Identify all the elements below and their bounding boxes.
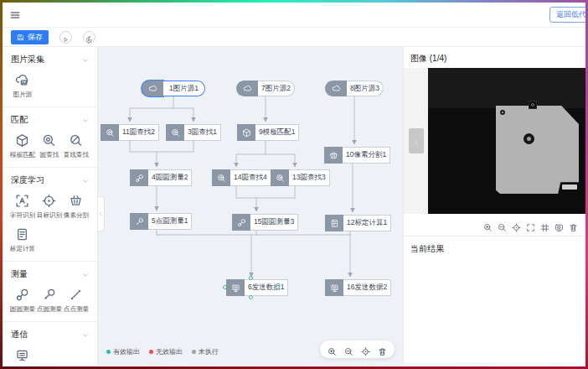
- node-send-data-2[interactable]: 16发送数据2: [325, 279, 375, 296]
- locate-icon[interactable]: [361, 345, 370, 354]
- node-circle-find-4[interactable]: 14圆查找4: [212, 169, 260, 186]
- chevron-left-icon: [98, 210, 103, 217]
- node-circle-find-3[interactable]: 13圆查找3: [271, 169, 319, 186]
- node-circle-circle-measure-3[interactable]: 15圆圆测量3: [232, 214, 281, 231]
- play-icon: [62, 34, 70, 41]
- cube-icon: [242, 128, 251, 138]
- measure-cc-icon: [15, 288, 29, 302]
- fit-screen-icon[interactable]: [554, 221, 564, 230]
- node-image-source-2[interactable]: 7图片源2: [236, 81, 295, 96]
- segment-icon: [69, 194, 83, 208]
- tool-image-source[interactable]: 图片源: [11, 73, 34, 99]
- tool-template-match[interactable]: 模板匹配: [11, 133, 34, 159]
- section-header[interactable]: 通信: [11, 329, 89, 340]
- node-handle[interactable]: [276, 285, 280, 289]
- zoom-in-icon[interactable]: [328, 345, 337, 354]
- part-bottom-tab: [562, 184, 577, 190]
- tool-circle-find[interactable]: 圆查找: [38, 133, 60, 159]
- measure-pp-icon: [69, 288, 83, 302]
- image-panel-title: 图像 (1/4): [404, 47, 585, 68]
- part-center-hole: [524, 133, 534, 144]
- node-pixel-segment-1[interactable]: 10像素分割1: [324, 147, 384, 164]
- camera-image[interactable]: [428, 68, 585, 214]
- image-toolbar: [404, 214, 585, 236]
- cloud-image-icon: [15, 73, 29, 87]
- pixel-grid-icon[interactable]: [540, 221, 549, 230]
- top-bar: 返回低代: [3, 3, 585, 28]
- chevron-down-icon: [82, 331, 89, 338]
- tool-target-detect[interactable]: 目标识别: [38, 194, 60, 220]
- chevron-down-icon: [82, 271, 89, 278]
- tool-point-point-measure[interactable]: 点点测量: [64, 288, 87, 314]
- send-data-icon: [330, 283, 339, 293]
- image-viewer: [404, 68, 585, 214]
- node-image-source-1[interactable]: 1图片源1: [142, 81, 205, 96]
- tool-calibration[interactable]: 标定计算: [11, 227, 34, 253]
- node-send-data-1[interactable]: 6发送数据1: [226, 279, 276, 296]
- fullscreen-icon[interactable]: [526, 221, 535, 230]
- chevron-down-icon: [82, 177, 89, 184]
- measure-pc-icon: [135, 217, 144, 226]
- part-top-bracket: [529, 101, 537, 109]
- find-circle-icon: [171, 128, 180, 138]
- node-handle[interactable]: [249, 276, 253, 280]
- section-header[interactable]: 测量: [11, 268, 89, 280]
- run-button[interactable]: [59, 31, 72, 44]
- section-header[interactable]: 图片采集: [11, 54, 89, 65]
- calibration-icon: [15, 227, 29, 242]
- measure-cc-icon: [135, 174, 144, 183]
- tool-send-data[interactable]: [11, 348, 34, 365]
- node-handle[interactable]: [223, 285, 227, 289]
- locate-icon[interactable]: [512, 221, 521, 230]
- node-point-circle-measure-1[interactable]: 5点圆测量1: [130, 213, 183, 230]
- find-line-icon: [69, 133, 83, 148]
- find-circle-icon: [106, 128, 115, 138]
- legend-invalid-output: 无效输出: [149, 347, 183, 356]
- measure-pc-icon: [42, 288, 56, 302]
- section-measure: 测量 圆圆测量 点圆测量: [3, 262, 97, 322]
- tool-ocr[interactable]: 字符识别: [11, 194, 34, 220]
- back-to-lowcode-button[interactable]: 返回低代: [549, 7, 585, 23]
- calibration-icon: [330, 219, 339, 228]
- zoom-in-icon[interactable]: [483, 221, 493, 230]
- zoom-out-icon[interactable]: [498, 221, 507, 230]
- image-background: [428, 68, 585, 108]
- flow-canvas[interactable]: 1图片源1 7图片源2 8图片源3 11圆查找2 3圆查找1: [98, 47, 403, 366]
- tool-point-circle-measure[interactable]: 点圆测量: [38, 288, 60, 314]
- tool-line-find[interactable]: 直线查找: [64, 133, 87, 159]
- node-template-match-1[interactable]: 9模板匹配1: [237, 124, 294, 141]
- prev-image-button[interactable]: [409, 128, 424, 153]
- tool-pixel-segment[interactable]: 像素分割: [64, 194, 87, 220]
- section-header[interactable]: 匹配: [11, 114, 89, 126]
- find-circle-icon: [217, 174, 226, 183]
- node-calibration-1[interactable]: 12标定计算1: [325, 215, 375, 231]
- trash-icon[interactable]: [569, 221, 578, 230]
- save-button[interactable]: 保存: [11, 30, 49, 44]
- sidebar-collapse-handle[interactable]: [98, 196, 105, 231]
- chevron-down-icon: [82, 117, 89, 123]
- cloud-icon: [243, 84, 252, 93]
- run-once-button[interactable]: [83, 31, 95, 44]
- thumbnail-strip: [404, 68, 428, 214]
- node-handle[interactable]: [249, 295, 253, 299]
- trash-icon[interactable]: [378, 345, 387, 354]
- section-deep-learning: 深度学习 字符识别 目标识别: [3, 168, 97, 262]
- node-image-source-3[interactable]: 8图片源3: [325, 81, 384, 96]
- send-data-icon: [15, 348, 29, 362]
- app-window: 返回低代 保存 图片采集: [0, 0, 588, 369]
- send-data-icon: [231, 283, 240, 293]
- section-image-capture: 图片采集 图片源: [3, 47, 97, 107]
- hamburger-menu-icon[interactable]: [9, 9, 21, 21]
- legend-not-executed: 未执行: [192, 347, 219, 356]
- toolbar: 保存: [3, 28, 585, 47]
- section-header[interactable]: 深度学习: [11, 174, 89, 186]
- node-circle-find-1[interactable]: 3圆查找1: [166, 124, 221, 141]
- node-circle-find-2[interactable]: 11圆查找2: [101, 124, 159, 141]
- find-circle-icon: [276, 174, 285, 183]
- image-panel: 图像 (1/4): [403, 47, 585, 366]
- inspected-part: [496, 106, 579, 194]
- node-circle-circle-measure-2[interactable]: 4圆圆测量2: [130, 169, 183, 186]
- zoom-out-icon[interactable]: [344, 345, 353, 354]
- canvas-zoom-controls: [320, 340, 395, 358]
- tool-circle-circle-measure[interactable]: 圆圆测量: [11, 288, 34, 314]
